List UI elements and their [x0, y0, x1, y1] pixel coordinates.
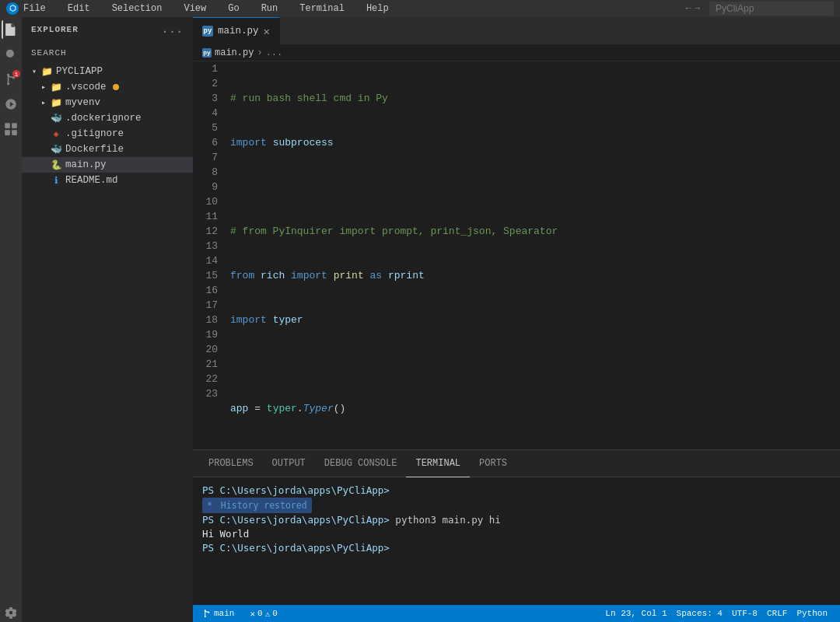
dockerignore-label: .dockerignore — [65, 113, 142, 124]
modified-dot — [113, 84, 119, 90]
dockerfile-icon: 🐳 — [50, 143, 62, 156]
terminal-history-line: * History restored — [202, 498, 831, 513]
menu-selection[interactable]: Selection — [107, 2, 167, 16]
project-root[interactable]: ▾ 📁 PYCLIAPP — [22, 64, 193, 79]
nav-back[interactable]: ← — [686, 3, 691, 14]
panel-tabs: PROBLEMS OUTPUT DEBUG CONSOLE TERMINAL P… — [193, 450, 840, 477]
vscode-logo: ⬡ — [6, 2, 19, 15]
tab-debug-console[interactable]: DEBUG CONSOLE — [315, 450, 407, 477]
status-cursor[interactable]: Ln 23, Col 1 — [602, 605, 670, 622]
sidebar-item-readme[interactable]: ▸ ℹ README.md — [22, 173, 193, 188]
search-section-label: SEARCH — [31, 45, 184, 61]
status-errors[interactable]: ✕ 0 ⚠ 0 — [247, 605, 280, 622]
error-icon: ✕ — [250, 609, 255, 619]
myvenv-label: myvenv — [65, 97, 100, 108]
code-content[interactable]: # run bash shell cmd in Py import subpro… — [224, 61, 840, 449]
main-layout: 1 Explorer ... SEARCH — [0, 17, 840, 622]
terminal-content[interactable]: PS C:\Users\jorda\apps\PyCliApp> * Histo… — [193, 477, 840, 605]
status-bar: main ✕ 0 ⚠ 0 Ln 23, Col 1 Spaces: 4 UTF-… — [193, 605, 840, 622]
menu-terminal[interactable]: Terminal — [295, 2, 349, 16]
docker-icon: 🐳 — [50, 112, 62, 124]
status-right: Ln 23, Col 1 Spaces: 4 UTF-8 CRLF Python — [599, 605, 834, 622]
tab-close-button[interactable]: ✕ — [264, 25, 270, 38]
titlebar-left: ⬡ — [6, 2, 19, 15]
terminal-prompt-2: PS C:\Users\jorda\apps\PyCliApp> — [202, 514, 390, 526]
status-line-ending[interactable]: CRLF — [764, 605, 790, 622]
menu-run[interactable]: Run — [257, 2, 283, 16]
activity-git[interactable]: 1 — [2, 70, 20, 89]
terminal-prompt-1: PS C:\Users\jorda\apps\PyCliApp> — [202, 484, 390, 496]
breadcrumb: py main.py › ... — [193, 44, 840, 61]
search-section: SEARCH — [22, 42, 193, 64]
status-encoding[interactable]: UTF-8 — [729, 605, 761, 622]
svg-line-13 — [205, 611, 209, 612]
tab-terminal[interactable]: TERMINAL — [406, 450, 470, 477]
status-spaces[interactable]: Spaces: 4 — [674, 605, 726, 622]
status-language[interactable]: Python — [793, 605, 831, 622]
warning-count: 0 — [272, 609, 278, 618]
activity-debug[interactable] — [2, 95, 20, 114]
menu-go[interactable]: Go — [223, 2, 243, 16]
chevron-right-icon: ▸ — [37, 82, 50, 92]
activity-extensions[interactable] — [2, 120, 20, 138]
tab-bar: py main.py ✕ — [193, 17, 840, 44]
chevron-right-icon: ▸ — [37, 98, 50, 107]
tab-mainpy[interactable]: py main.py ✕ — [193, 17, 280, 44]
terminal-line-1: PS C:\Users\jorda\apps\PyCliApp> — [202, 484, 831, 498]
tab-ports[interactable]: PORTS — [470, 450, 516, 477]
git-branch-icon — [202, 609, 212, 618]
project-tree: ▾ 📁 PYCLIAPP ▸ 📁 .vscode ▸ 📁 myvenv ▸ 🐳 — [22, 64, 193, 188]
git-badge: 1 — [12, 70, 20, 78]
terminal-output-hi: Hi World — [202, 527, 831, 541]
menu-view[interactable]: View — [179, 2, 211, 16]
code-editor[interactable]: 12345 678910 1112131415 1617181920 21222… — [193, 61, 840, 449]
sidebar-item-myvenv[interactable]: ▸ 📁 myvenv — [22, 95, 193, 110]
activity-search[interactable] — [2, 45, 20, 64]
error-count: 0 — [257, 609, 263, 618]
editor-area: py main.py ✕ py main.py › ... 12345 6789… — [193, 17, 840, 622]
sidebar-item-gitignore[interactable]: ▸ ◈ .gitignore — [22, 126, 193, 142]
terminal-hi-world: Hi World — [202, 528, 249, 540]
titlebar-menu: File Edit Selection View Go Run Terminal… — [19, 2, 394, 16]
breadcrumb-py-icon: py — [202, 48, 212, 58]
gitignore-label: .gitignore — [65, 128, 124, 139]
tab-output[interactable]: OUTPUT — [263, 450, 315, 477]
tab-label: main.py — [218, 26, 259, 37]
activity-explorer[interactable] — [2, 20, 20, 39]
history-asterisk: * — [207, 500, 218, 511]
folder-icon: 📁 — [50, 81, 62, 93]
svg-point-1 — [7, 82, 9, 85]
sidebar-item-dockerignore[interactable]: ▸ 🐳 .dockerignore — [22, 110, 193, 126]
activity-settings[interactable] — [2, 603, 20, 622]
menu-help[interactable]: Help — [362, 2, 394, 16]
svg-rect-7 — [5, 130, 10, 135]
sidebar-header: Explorer ... — [22, 17, 193, 42]
panel: PROBLEMS OUTPUT DEBUG CONSOLE TERMINAL P… — [193, 449, 840, 605]
svg-rect-5 — [5, 123, 10, 128]
warning-icon: ⚠ — [265, 609, 271, 619]
tab-problems[interactable]: PROBLEMS — [199, 450, 263, 477]
search-input[interactable] — [709, 2, 834, 16]
breadcrumb-dots: ... — [266, 47, 283, 58]
terminal-line-2: PS C:\Users\jorda\apps\PyCliApp> python3… — [202, 513, 831, 527]
status-git[interactable]: main — [199, 605, 237, 622]
python-icon: 🐍 — [50, 159, 62, 171]
vscode-label: .vscode — [65, 82, 107, 93]
chevron-down-icon: ▾ — [28, 67, 40, 76]
menu-edit[interactable]: Edit — [63, 2, 95, 16]
folder-icon: 📁 — [50, 96, 62, 109]
nav-forward[interactable]: → — [695, 3, 700, 14]
svg-point-10 — [205, 616, 206, 617]
sidebar-item-dockerfile[interactable]: ▸ 🐳 Dockerfile — [22, 142, 193, 157]
sidebar-more-button[interactable]: ... — [162, 23, 184, 36]
sidebar-item-vscode[interactable]: ▸ 📁 .vscode — [22, 79, 193, 95]
git-icon: ◈ — [50, 128, 62, 140]
sidebar-item-mainpy[interactable]: ▸ 🐍 main.py — [22, 157, 193, 173]
python-tab-icon: py — [202, 26, 213, 37]
dockerfile-label: Dockerfile — [65, 144, 124, 155]
titlebar: ⬡ File Edit Selection View Go Run Termin… — [0, 0, 840, 17]
menu-file[interactable]: File — [19, 2, 51, 16]
nav-arrows: ← → — [686, 2, 834, 16]
svg-rect-8 — [12, 130, 17, 135]
explorer-label: Explorer — [31, 25, 79, 34]
